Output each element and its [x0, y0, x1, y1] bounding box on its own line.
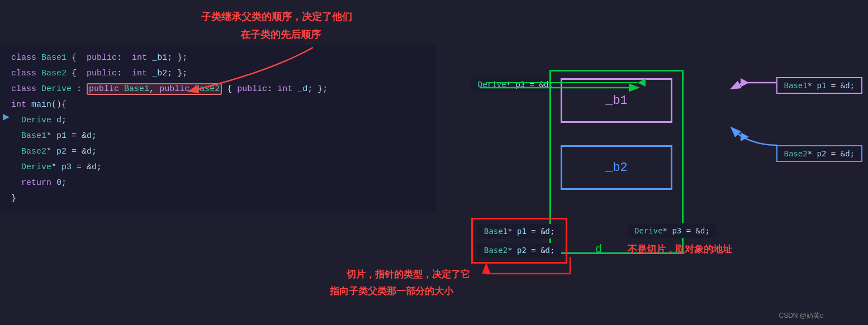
diagram-area: Derive* p3 = &d; Base1* p1 = &d; Base2* … — [471, 34, 862, 290]
code-line-6: Base1* p1 = &d; — [0, 128, 436, 144]
mem-d-label: _d — [589, 243, 602, 256]
code-line-3: class Derive : public Base1, public Base… — [0, 82, 436, 97]
mem-b1-box: _b1 — [561, 78, 672, 123]
derive-p3-box: Derive* p3 = &d; — [471, 77, 560, 92]
code-line-5: Derive d; — [0, 113, 436, 128]
code-line-9: return 0; — [0, 175, 436, 191]
code-line-8: Derive* p3 = &d; — [0, 160, 436, 175]
base1-p1-box-top: Base1* p1 = &d; — [776, 77, 862, 94]
base2-p2-box-top: Base2* p2 = &d; — [776, 145, 862, 162]
top-annotation-line2: 在子类的先后顺序 — [240, 28, 321, 41]
top-annotation-line1: 子类继承父类的顺序，决定了他们 — [201, 10, 352, 23]
not-slice-annotation: 不是切片，取对象的地址 — [628, 243, 732, 256]
bottom-annotation-line2: 指向子类父类那一部分的大小 — [330, 285, 453, 298]
code-line-10: } — [0, 191, 436, 207]
code-line-7: Base2* p2 = &d; — [0, 144, 436, 160]
bottom-derive-box: Derive* p3 = &d; — [628, 223, 717, 238]
bottom-annotation-line1: 切片，指针的类型，决定了它 — [347, 268, 470, 281]
mem-b2-box: _b2 — [561, 145, 672, 190]
watermark: CSDN @奶芙c — [779, 311, 823, 321]
bottom-base2-box: Base2* p2 = &d; — [477, 243, 561, 257]
code-line-2: class Base2 { public: int _b2; }; — [0, 66, 436, 82]
bottom-pointer-boxes: Base1* p1 = &d; Base2* p2 = &d; — [471, 218, 567, 264]
code-line-4: int main(){ — [0, 97, 436, 113]
bottom-base1-box: Base1* p1 = &d; — [477, 224, 561, 238]
line-marker: ▶ — [3, 109, 10, 123]
code-panel: class Base1 { public: int _b1; }; class … — [0, 45, 436, 212]
code-line-1: class Base1 { public: int _b1; }; — [0, 50, 436, 66]
